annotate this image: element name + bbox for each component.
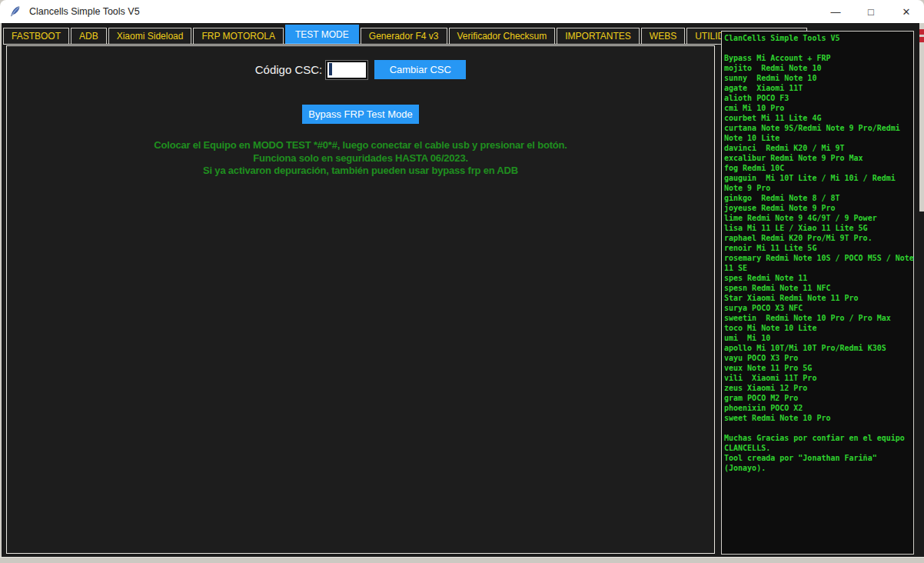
device-list-panel: ClanCells Simple Tools V5 Bypass Mi Acco… — [721, 31, 914, 555]
instruction-line-2: Funciona solo en seguridades HASTA 06/20… — [7, 152, 714, 165]
csc-row: Código CSC: Cambiar CSC — [7, 60, 714, 79]
tab-fastboot[interactable]: FASTBOOT — [3, 28, 69, 45]
tab-importantes[interactable]: IMPORTANTES — [557, 28, 640, 45]
tab-frp-motorola[interactable]: FRP MOTOROLA — [193, 28, 284, 45]
tab-webs[interactable]: WEBS — [641, 28, 685, 45]
instruction-line-3: Si ya activaron depuración, también pued… — [7, 165, 714, 178]
test-mode-panel: Código CSC: Cambiar CSC Bypass FRP Test … — [6, 45, 715, 554]
change-csc-button[interactable]: Cambiar CSC — [374, 60, 466, 79]
tab-adb[interactable]: ADB — [71, 28, 107, 45]
window-title: Clancells Simple Tools V5 — [29, 6, 140, 17]
bypass-row: Bypass FRP Test Mode — [7, 105, 714, 124]
instructions: Colocar el Equipo en MODO TEST *#0*#, lu… — [7, 139, 714, 178]
device-list-text[interactable]: ClanCells Simple Tools V5 Bypass Mi Acco… — [724, 33, 914, 473]
titlebar: Clancells Simple Tools V5 — □ ✕ — [0, 0, 924, 23]
instruction-line-1: Colocar el Equipo en MODO TEST *#0*#, lu… — [7, 139, 714, 152]
tab-bar: FASTBOOTADBXiaomi SideloadFRP MOTOROLATE… — [3, 25, 809, 45]
bottom-edge — [0, 557, 924, 563]
right-edge — [916, 23, 924, 557]
window-controls: — □ ✕ — [818, 0, 924, 23]
close-button[interactable]: ✕ — [889, 0, 924, 23]
bypass-frp-button[interactable]: Bypass FRP Test Mode — [302, 105, 419, 124]
tab-verificador-checksum[interactable]: Verificador Checksum — [449, 28, 556, 45]
csc-input[interactable] — [326, 61, 367, 79]
tab-test-mode[interactable]: TEST MODE — [285, 25, 359, 45]
tab-xiaomi-sideload[interactable]: Xiaomi Sideload — [108, 28, 192, 45]
csc-label: Código CSC: — [255, 63, 323, 76]
maximize-button[interactable]: □ — [853, 0, 889, 23]
edge-artifact — [919, 37, 924, 42]
scrollbar-track[interactable] — [919, 23, 924, 212]
tk-feather-icon — [10, 5, 22, 18]
app-area: FASTBOOTADBXiaomi SideloadFRP MOTOROLATE… — [1, 23, 916, 557]
notebook-top-border — [3, 44, 717, 45]
tab-generador-f4-v3[interactable]: Generador F4 v3 — [361, 28, 447, 45]
text-cursor — [329, 63, 332, 75]
edge-artifact — [919, 29, 924, 35]
minimize-button[interactable]: — — [818, 0, 853, 23]
